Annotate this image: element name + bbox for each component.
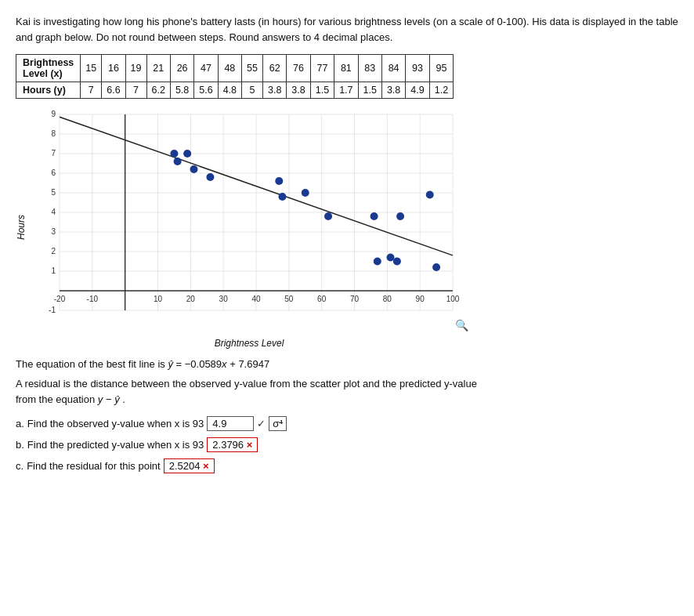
svg-text:1: 1 xyxy=(51,266,56,275)
svg-text:-1: -1 xyxy=(49,306,56,314)
table-cell: 81 xyxy=(334,55,358,82)
table-cell: 1.5 xyxy=(358,82,381,99)
svg-text:2: 2 xyxy=(51,247,56,255)
question-c-answer[interactable]: 2.5204 × xyxy=(164,458,215,473)
table-cell: 1.5 xyxy=(310,82,334,99)
svg-point-61 xyxy=(393,258,401,266)
table-cell: 4.9 xyxy=(406,82,429,99)
svg-text:7: 7 xyxy=(51,149,56,158)
svg-text:3: 3 xyxy=(51,227,56,236)
table-cell: 4.8 xyxy=(218,82,241,99)
svg-text:9: 9 xyxy=(51,110,56,118)
table-cell: 95 xyxy=(429,55,453,82)
table-cell: 84 xyxy=(381,55,405,82)
svg-text:80: 80 xyxy=(383,295,392,303)
svg-point-49 xyxy=(170,150,178,158)
svg-text:6: 6 xyxy=(51,168,56,177)
sigma-icon-a: σ⁴ xyxy=(269,416,287,431)
question-a-text: Find the observed y-value when x is 93 xyxy=(27,418,204,429)
svg-point-53 xyxy=(206,173,214,181)
table-cell: 76 xyxy=(287,55,310,82)
svg-text:30: 30 xyxy=(219,295,229,303)
y-axis-label: Hours xyxy=(16,215,27,240)
svg-point-56 xyxy=(302,189,309,197)
svg-text:5: 5 xyxy=(51,188,56,197)
data-table: BrightnessLevel (x)151619212647485562767… xyxy=(16,54,454,99)
svg-text:10: 10 xyxy=(154,295,163,303)
svg-text:70: 70 xyxy=(350,295,360,303)
table-header-hours: Hours (y) xyxy=(16,82,81,99)
svg-text:50: 50 xyxy=(284,295,294,303)
svg-point-50 xyxy=(174,158,182,165)
residual-def: A residual is the distance between the o… xyxy=(16,376,678,407)
table-cell: 5.6 xyxy=(194,82,218,99)
svg-point-51 xyxy=(183,150,191,158)
scatter-chart: -20-10102030405060708090100123456789-1 xyxy=(30,107,468,334)
table-cell: 15 xyxy=(81,55,102,82)
magnify-icon[interactable]: 🔍 xyxy=(455,319,468,332)
table-cell: 7 xyxy=(81,82,102,99)
table-cell: 1.2 xyxy=(429,82,453,99)
table-cell: 55 xyxy=(242,55,263,82)
question-b-answer[interactable]: 2.3796 × xyxy=(207,437,258,452)
question-c: c. Find the residual for this point 2.52… xyxy=(16,458,678,473)
svg-text:40: 40 xyxy=(251,295,261,303)
table-cell: 93 xyxy=(406,55,429,82)
table-cell: 6.6 xyxy=(102,82,125,99)
table-cell: 6.2 xyxy=(146,82,170,99)
table-cell: 16 xyxy=(102,55,125,82)
question-b-text: Find the predicted y-value when x is 93 xyxy=(27,439,204,451)
intro-text: Kai is investigating how long his phone'… xyxy=(16,14,678,45)
table-cell: 21 xyxy=(146,55,170,82)
wrong-icon-c: × xyxy=(203,460,209,472)
svg-text:90: 90 xyxy=(416,295,425,303)
svg-text:4: 4 xyxy=(51,208,56,216)
question-c-text: Find the residual for this point xyxy=(27,460,161,472)
table-header-brightness: BrightnessLevel (x) xyxy=(16,55,81,82)
equation-text: The equation of the best fit line is ŷ =… xyxy=(16,358,678,370)
svg-point-55 xyxy=(278,193,286,201)
svg-point-62 xyxy=(396,212,404,220)
table-cell: 1.7 xyxy=(334,82,358,99)
svg-point-54 xyxy=(275,177,283,185)
svg-point-59 xyxy=(374,258,381,266)
question-a-label: a. xyxy=(16,418,24,429)
question-c-label: c. xyxy=(16,460,23,472)
table-cell: 77 xyxy=(310,55,334,82)
table-cell: 3.8 xyxy=(381,82,405,99)
svg-text:100: 100 xyxy=(446,295,460,303)
table-cell: 26 xyxy=(170,55,193,82)
table-cell: 62 xyxy=(262,55,286,82)
table-cell: 83 xyxy=(358,55,381,82)
svg-text:-20: -20 xyxy=(54,295,66,303)
table-cell: 48 xyxy=(218,55,241,82)
chart-container: Hours -20-101020304050607080901001234567… xyxy=(16,107,678,349)
svg-point-63 xyxy=(426,191,434,199)
svg-text:20: 20 xyxy=(186,295,196,303)
table-cell: 19 xyxy=(125,55,146,82)
svg-text:-10: -10 xyxy=(87,295,99,303)
check-icon-a: ✓ xyxy=(257,418,266,429)
svg-point-64 xyxy=(432,263,440,271)
table-cell: 7 xyxy=(125,82,146,99)
svg-text:60: 60 xyxy=(317,295,327,303)
x-axis-label: Brightness Level xyxy=(30,338,468,349)
chart-svg-wrapper: -20-10102030405060708090100123456789-1 B… xyxy=(30,107,468,349)
svg-point-57 xyxy=(324,212,332,220)
question-b: b. Find the predicted y-value when x is … xyxy=(16,437,678,452)
table-cell: 47 xyxy=(194,55,218,82)
svg-point-60 xyxy=(387,254,395,262)
question-b-label: b. xyxy=(16,439,24,451)
table-cell: 3.8 xyxy=(262,82,286,99)
table-cell: 3.8 xyxy=(287,82,310,99)
svg-point-58 xyxy=(370,212,378,220)
table-cell: 5 xyxy=(242,82,263,99)
question-a: a. Find the observed y-value when x is 9… xyxy=(16,416,678,431)
svg-text:8: 8 xyxy=(51,129,56,138)
table-cell: 5.8 xyxy=(170,82,193,99)
question-a-answer[interactable]: 4.9 xyxy=(207,416,254,431)
svg-point-52 xyxy=(190,165,198,173)
wrong-icon-b: × xyxy=(247,439,253,451)
